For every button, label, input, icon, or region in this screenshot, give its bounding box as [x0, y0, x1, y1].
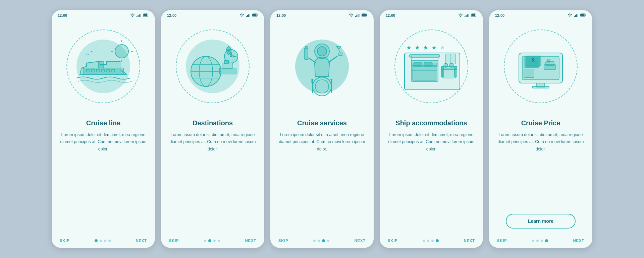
- wifi-icon-4: [458, 13, 463, 17]
- svg-rect-39: [355, 16, 356, 17]
- dot-2-3: [218, 240, 220, 242]
- screen-cruise-line: 12:00: [52, 10, 155, 248]
- svg-rect-60: [467, 14, 468, 17]
- content-cruise-services: Cruise services Lorem ipsum dolor sit di…: [270, 113, 374, 235]
- dot-3-1: [318, 240, 320, 242]
- svg-rect-76: [424, 62, 432, 66]
- bottom-nav-4: SKIP NEXT: [380, 235, 483, 248]
- svg-text:★: ★: [440, 44, 445, 51]
- next-button-3[interactable]: NEXT: [355, 239, 366, 243]
- time-2: 12:00: [167, 13, 176, 17]
- status-bar-1: 12:00: [52, 10, 155, 19]
- skip-button-5[interactable]: SKIP: [497, 239, 507, 243]
- skip-button-4[interactable]: SKIP: [388, 239, 398, 243]
- time-1: 12:00: [58, 13, 67, 17]
- desc-cruise-price: Lorem ipsum dolor sit dim amet, mea regi…: [497, 131, 584, 210]
- time-4: 12:00: [386, 13, 395, 17]
- battery-icon-3: [362, 13, 368, 17]
- next-button-2[interactable]: NEXT: [245, 239, 256, 243]
- illustration-cruise-price: $: [489, 19, 592, 113]
- title-cruise-services: Cruise services: [278, 119, 366, 127]
- price-icon: $: [505, 33, 576, 100]
- svg-rect-42: [359, 14, 360, 17]
- screen-destinations: 12:00: [161, 10, 264, 248]
- status-bar-2: 12:00: [161, 10, 264, 19]
- bottom-nav-3: SKIP NEXT: [270, 235, 374, 248]
- destinations-icon: [179, 36, 246, 96]
- dot-1-1: [100, 240, 102, 242]
- svg-rect-19: [98, 61, 103, 68]
- screen-ship-accommodations: 12:00 ★ ★ ★ ★ ★: [380, 10, 483, 248]
- svg-rect-59: [466, 15, 467, 17]
- svg-point-87: [570, 16, 570, 17]
- battery-icon-4: [471, 13, 477, 17]
- learn-more-button[interactable]: Learn more: [506, 214, 576, 229]
- desc-accommodations: Lorem ipsum dolor sit dim amet, mea regi…: [388, 131, 475, 231]
- cruise-ship-icon: [70, 36, 137, 96]
- svg-point-7: [115, 45, 128, 58]
- svg-point-46: [317, 47, 327, 56]
- content-cruise-price: Cruise Price Lorem ipsum dolor sit dim a…: [489, 113, 592, 235]
- svg-rect-41: [358, 14, 359, 17]
- dot-4-3: [436, 239, 439, 242]
- svg-rect-91: [578, 14, 579, 17]
- dot-1-2: [104, 240, 106, 242]
- dot-1-3: [108, 240, 111, 242]
- svg-point-38: [351, 16, 352, 17]
- svg-rect-49: [305, 46, 307, 49]
- status-bar-5: 12:00: [489, 10, 592, 19]
- status-icons-3: [349, 13, 368, 17]
- svg-point-57: [460, 16, 461, 17]
- svg-rect-77: [412, 66, 437, 80]
- wifi-icon-2: [239, 13, 244, 17]
- skip-button-2[interactable]: SKIP: [169, 239, 179, 243]
- content-destinations: Destinations Lorem ipsum dolor sit dim a…: [161, 113, 264, 235]
- skip-button-3[interactable]: SKIP: [278, 239, 288, 243]
- svg-rect-63: [472, 14, 475, 16]
- screen-cruise-services: 12:00: [270, 10, 374, 248]
- svg-rect-2: [138, 15, 139, 17]
- svg-text:★: ★: [423, 44, 428, 51]
- svg-rect-23: [248, 14, 249, 17]
- signal-icon-5: [574, 13, 579, 17]
- dot-5-2: [541, 240, 543, 242]
- title-destinations: Destinations: [169, 119, 256, 127]
- signal-icon-3: [355, 13, 360, 17]
- next-button-5[interactable]: NEXT: [573, 239, 584, 243]
- dot-4-1: [427, 240, 429, 242]
- svg-rect-89: [575, 15, 576, 17]
- desc-cruise-services: Lorem ipsum dolor sit dim amet, mea regi…: [278, 131, 366, 231]
- svg-text:★: ★: [406, 44, 412, 51]
- svg-rect-4: [140, 14, 141, 17]
- wifi-icon: [130, 13, 135, 17]
- battery-icon-2: [252, 13, 258, 17]
- illustration-cruise-line: [52, 19, 155, 113]
- bottom-nav-5: SKIP NEXT: [489, 235, 592, 248]
- desc-cruise-line: Lorem ipsum dolor sit dim amet, mea regi…: [60, 131, 147, 231]
- battery-icon-5: [580, 13, 586, 17]
- illustration-destinations: [161, 19, 264, 113]
- svg-rect-81: [441, 66, 444, 77]
- svg-text:★: ★: [431, 44, 437, 51]
- svg-rect-82: [454, 66, 457, 77]
- status-bar-3: 12:00: [270, 10, 374, 19]
- status-icons-1: [130, 13, 149, 17]
- svg-rect-97: [532, 86, 549, 88]
- dots-5: [532, 239, 548, 242]
- dot-4-2: [431, 240, 434, 242]
- svg-rect-75: [414, 62, 422, 66]
- svg-rect-40: [357, 15, 358, 17]
- dot-3-2: [322, 239, 325, 242]
- screens-container: 12:00: [52, 10, 592, 248]
- desc-destinations: Lorem ipsum dolor sit dim amet, mea regi…: [169, 131, 256, 231]
- svg-rect-22: [247, 15, 248, 17]
- skip-button-1[interactable]: SKIP: [60, 239, 70, 243]
- next-button-1[interactable]: NEXT: [136, 239, 147, 243]
- dots-4: [423, 239, 439, 242]
- svg-rect-26: [253, 14, 256, 16]
- signal-icon: [137, 13, 141, 17]
- svg-rect-21: [246, 16, 247, 17]
- svg-rect-61: [468, 14, 469, 17]
- next-button-4[interactable]: NEXT: [464, 239, 475, 243]
- status-icons-5: [568, 13, 586, 17]
